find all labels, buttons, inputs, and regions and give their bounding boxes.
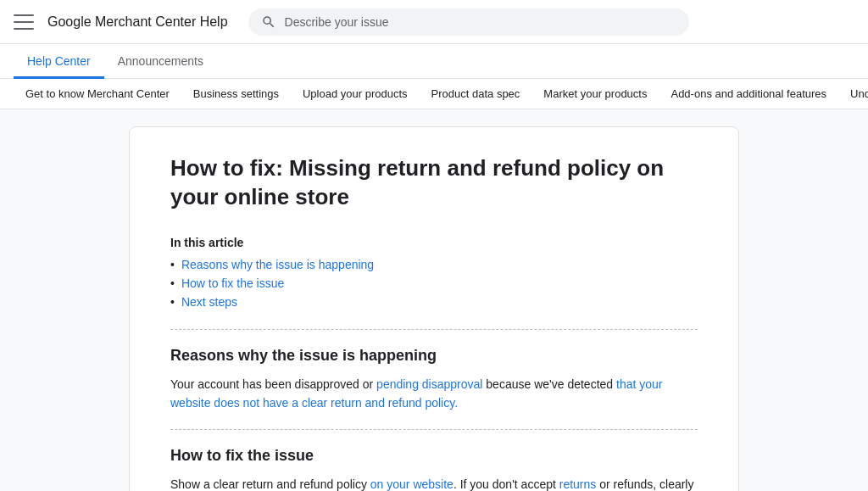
section-fix: How to fix the issue Show a clear return… <box>170 447 698 491</box>
category-nav-item-market[interactable]: Market your products <box>531 79 659 109</box>
article-title: How to fix: Missing return and refund po… <box>170 154 698 212</box>
category-nav: Get to know Merchant Center Business set… <box>0 79 868 109</box>
category-nav-item-addons[interactable]: Add-ons and additional features <box>659 79 838 109</box>
app-title: Google Merchant Center Help <box>47 14 228 30</box>
list-item: How to fix the issue <box>170 276 698 290</box>
toc-section: In this article Reasons why the issue is… <box>170 236 698 309</box>
nav-tabs: Help Center Announcements <box>0 44 868 79</box>
section-reasons-text: Your account has been disapproved or pen… <box>170 375 698 413</box>
category-nav-item-get-to-know[interactable]: Get to know Merchant Center <box>14 79 181 109</box>
category-nav-item-business[interactable]: Business settings <box>181 79 291 109</box>
category-nav-item-understand[interactable]: Understand your performance <box>838 79 868 109</box>
search-bar[interactable] <box>248 8 689 36</box>
search-input[interactable] <box>285 15 676 29</box>
divider-2 <box>170 429 698 430</box>
toc-list: Reasons why the issue is happening How t… <box>170 258 698 309</box>
toc-link-reasons[interactable]: Reasons why the issue is happening <box>181 258 374 271</box>
category-nav-item-product-data[interactable]: Product data spec <box>420 79 532 109</box>
divider-1 <box>170 329 698 330</box>
main-content: How to fix: Missing return and refund po… <box>0 109 868 491</box>
highlight-on-website-1: on your website <box>370 477 453 491</box>
article-card: How to fix: Missing return and refund po… <box>129 126 739 491</box>
section-reasons-heading: Reasons why the issue is happening <box>170 347 698 365</box>
category-nav-item-upload[interactable]: Upload your products <box>291 79 420 109</box>
toc-link-next[interactable]: Next steps <box>181 295 237 309</box>
tab-help-center[interactable]: Help Center <box>14 44 104 79</box>
highlight-pending: pending disapproval <box>376 377 482 391</box>
toc-heading: In this article <box>170 236 698 249</box>
section-fix-heading: How to fix the issue <box>170 447 698 465</box>
section-reasons: Reasons why the issue is happening Your … <box>170 347 698 413</box>
list-item: Next steps <box>170 295 698 309</box>
toc-link-fix[interactable]: How to fix the issue <box>181 276 284 290</box>
section-fix-text: Show a clear return and refund policy on… <box>170 475 698 491</box>
list-item: Reasons why the issue is happening <box>170 258 698 271</box>
search-icon <box>261 14 276 30</box>
menu-icon[interactable] <box>14 14 34 30</box>
header: Google Merchant Center Help <box>0 0 868 44</box>
tab-announcements[interactable]: Announcements <box>104 44 217 79</box>
highlight-returns: returns <box>559 477 597 491</box>
